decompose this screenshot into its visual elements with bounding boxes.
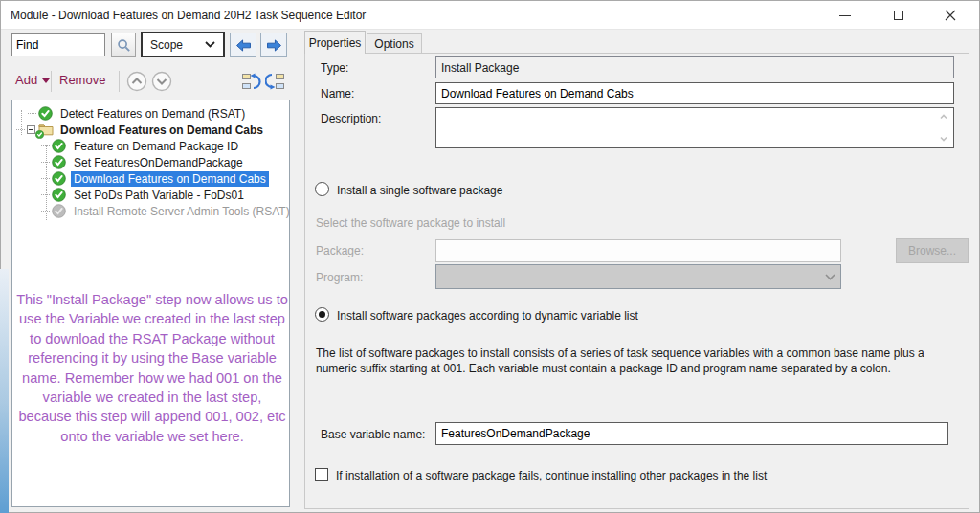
radio-install-dynamic-list[interactable] [315, 307, 329, 322]
move-up-button[interactable] [126, 71, 147, 92]
tree-item[interactable]: Download Features on Demand Cabs [12, 122, 289, 138]
task-sequence-editor-window: Module - Download Features on Demand 20H… [0, 0, 980, 513]
select-package-hint: Select the software package to install [316, 216, 505, 230]
annotation-text: This "Install Package" step now allows u… [15, 290, 289, 446]
chevron-down-icon [825, 274, 835, 280]
tree-expander-icon[interactable] [27, 125, 35, 134]
tree-item[interactable]: Download Features on Demand Cabs [12, 170, 289, 187]
gray-check-icon [52, 204, 67, 218]
chevron-down-icon [205, 41, 215, 48]
expand-tree-icon [265, 72, 285, 91]
arrow-left-icon [235, 39, 252, 52]
green-check-icon [38, 106, 54, 121]
remove-button[interactable]: Remove [59, 73, 105, 87]
radio-install-dynamic-label: Install software packages according to d… [337, 309, 638, 323]
desktop-edge-strip [0, 269, 9, 513]
expand-all-button[interactable] [265, 72, 285, 91]
find-input[interactable] [11, 33, 105, 56]
search-button[interactable] [111, 33, 136, 57]
tree-item-label: Install Remote Server Admin Tools (RSAT) [71, 204, 290, 219]
add-caret-icon [42, 78, 50, 83]
tree-item[interactable]: Feature on Demand Package ID [12, 138, 289, 154]
program-label: Program: [316, 271, 363, 284]
description-label: Description: [321, 112, 381, 125]
chevron-down-circle-icon [151, 71, 172, 92]
name-input[interactable] [435, 82, 954, 104]
collapse-all-button[interactable] [241, 72, 261, 91]
title-bar: Module - Download Features on Demand 20H… [1, 1, 979, 30]
tree-item-label: Detect Features on Demand (RSAT) [57, 106, 248, 122]
search-icon [117, 38, 131, 53]
navigate-forward-button[interactable] [260, 33, 287, 57]
tree-item-label: Feature on Demand Package ID [71, 139, 241, 154]
toolbar-separator [51, 71, 52, 92]
group-folder-icon [38, 123, 54, 137]
tree-toolbar: Add Remove [11, 69, 290, 96]
tree-item[interactable]: Set PoDs Path Variable - FoDs01 [12, 187, 289, 203]
maximize-button[interactable] [880, 1, 918, 30]
radio-install-single-label: Install a single software package [337, 184, 502, 197]
collapse-tree-icon [241, 72, 261, 91]
maximize-icon [894, 11, 903, 20]
tab-options[interactable]: Options [367, 33, 422, 54]
tree-item[interactable]: Install Remote Server Admin Tools (RSAT) [12, 203, 289, 219]
scroll-up-icon[interactable] [938, 111, 949, 123]
tree-connector [41, 211, 50, 212]
tree-connector [28, 113, 36, 114]
radio-install-single-package[interactable] [315, 182, 329, 196]
tree-item[interactable]: Detect Features on Demand (RSAT) [12, 105, 289, 122]
toolbar-separator [119, 71, 120, 92]
close-icon [945, 10, 956, 21]
tab-properties[interactable]: Properties [304, 31, 366, 54]
dynamic-list-description: The list of software packages to install… [316, 346, 963, 376]
name-label: Name: [321, 87, 354, 100]
chevron-up-circle-icon [126, 71, 147, 92]
tree-item-label: Set FeaturesOnDemandPackage [71, 155, 246, 170]
tree-item[interactable]: Set FeaturesOnDemandPackage [12, 154, 289, 170]
tree-item-label: Download Features on Demand Cabs [57, 123, 266, 138]
base-variable-label: Base variable name: [321, 428, 425, 441]
tree-connector [16, 129, 25, 130]
program-dropdown [435, 264, 841, 289]
window-title: Module - Download Features on Demand 20H… [11, 9, 366, 22]
green-check-icon [52, 155, 67, 169]
description-input[interactable] [435, 107, 954, 148]
tree-item-label: Set PoDs Path Variable - FoDs01 [71, 188, 247, 203]
minimize-button[interactable] [826, 1, 864, 30]
type-field: Install Package [435, 56, 954, 78]
arrow-right-icon [266, 39, 282, 52]
scroll-down-icon[interactable] [938, 133, 949, 145]
navigate-back-button[interactable] [230, 33, 256, 57]
continue-on-fail-checkbox[interactable] [315, 468, 328, 481]
package-label: Package: [316, 244, 364, 257]
tree-item-label: Download Features on Demand Cabs [71, 171, 269, 187]
browse-button: Browse... [896, 238, 969, 263]
green-check-icon [52, 188, 67, 202]
tree-connector [41, 162, 50, 163]
continue-on-fail-label: If installation of a software package fa… [336, 469, 767, 482]
add-button[interactable]: Add [15, 73, 50, 87]
tree-connector [41, 178, 50, 179]
minimize-icon [839, 15, 851, 16]
base-variable-input[interactable] [435, 422, 948, 445]
green-check-icon [52, 171, 67, 186]
package-input [435, 239, 841, 262]
tree-connector [41, 194, 50, 195]
add-button-label: Add [15, 73, 37, 87]
tree-connector [41, 145, 50, 146]
remove-button-label: Remove [59, 73, 105, 87]
type-label: Type: [321, 61, 348, 75]
scope-dropdown[interactable]: Scope [141, 32, 225, 57]
scope-dropdown-value: Scope [150, 38, 183, 52]
close-button[interactable] [931, 1, 969, 30]
move-down-button[interactable] [151, 71, 172, 92]
green-check-icon [52, 139, 67, 153]
